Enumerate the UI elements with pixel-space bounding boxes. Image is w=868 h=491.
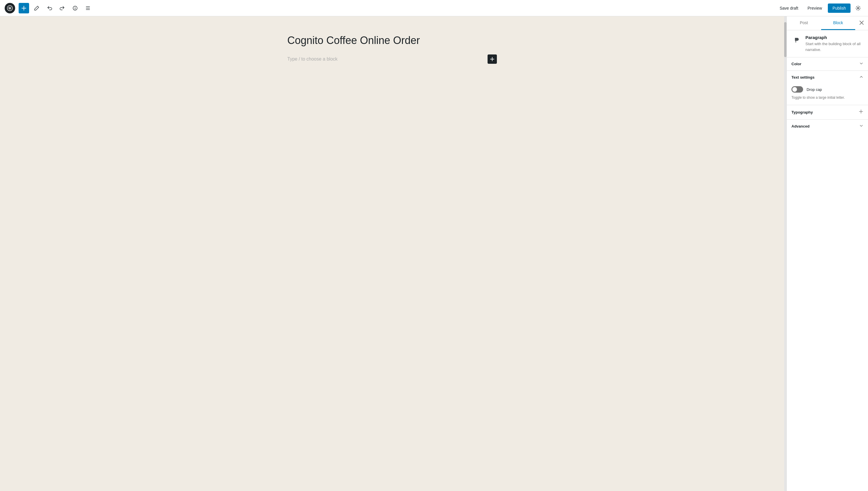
text-settings-title: Text settings — [792, 75, 814, 80]
color-section-header[interactable]: Color — [787, 57, 868, 70]
post-title[interactable]: Cognito Coffee Online Order — [287, 34, 497, 48]
save-draft-button[interactable]: Save draft — [776, 3, 802, 13]
typography-section-header[interactable]: Typography — [787, 105, 868, 119]
sidebar-scrollbar-track[interactable] — [784, 16, 786, 491]
tab-block[interactable]: Block — [821, 16, 856, 30]
sidebar-scrollbar-thumb[interactable] — [784, 22, 786, 57]
color-chevron-icon — [859, 61, 863, 66]
text-settings-chevron-icon — [859, 75, 863, 80]
text-settings-content: Drop cap Toggle to show a large initial … — [787, 84, 868, 105]
block-title: Paragraph — [805, 35, 863, 40]
typography-section: Typography — [787, 105, 868, 119]
settings-button[interactable] — [853, 3, 863, 13]
add-block-button[interactable] — [19, 3, 29, 13]
block-placeholder[interactable]: Type / to choose a block — [287, 52, 497, 66]
typography-plus-icon[interactable] — [859, 109, 863, 115]
inline-add-block-button[interactable] — [488, 54, 497, 64]
edit-button[interactable] — [31, 3, 42, 13]
text-settings-section: Text settings Drop cap Toggle to show a … — [787, 70, 868, 105]
advanced-section-header[interactable]: Advanced — [787, 120, 868, 133]
main-layout: Cognito Coffee Online Order Type / to ch… — [0, 16, 868, 491]
text-settings-header[interactable]: Text settings — [787, 71, 868, 84]
drop-cap-toggle[interactable] — [792, 86, 803, 93]
toolbar-right: Save draft Preview Publish — [776, 3, 863, 13]
sidebar-tabs: Post Block — [787, 16, 868, 30]
sidebar-close-button[interactable] — [855, 16, 868, 29]
color-section-title: Color — [792, 62, 801, 66]
redo-button[interactable] — [57, 3, 67, 13]
svg-text:W: W — [8, 7, 11, 10]
preview-button[interactable]: Preview — [804, 3, 826, 13]
typography-section-title: Typography — [792, 110, 813, 114]
drop-cap-row: Drop cap — [792, 86, 863, 93]
drop-cap-label: Drop cap — [807, 87, 822, 92]
editor-content: Cognito Coffee Online Order Type / to ch… — [287, 34, 497, 66]
editor-area[interactable]: Cognito Coffee Online Order Type / to ch… — [0, 16, 784, 491]
drop-cap-description: Toggle to show a large initial letter. — [792, 95, 863, 100]
block-info-text: Paragraph Start with the building block … — [805, 35, 863, 52]
list-view-button[interactable] — [83, 3, 93, 13]
tab-post[interactable]: Post — [787, 16, 821, 30]
paragraph-icon — [792, 35, 802, 46]
placeholder-text: Type / to choose a block — [287, 57, 338, 62]
advanced-section: Advanced — [787, 119, 868, 133]
toolbar: W Save draft — [0, 0, 868, 16]
block-info: Paragraph Start with the building block … — [787, 30, 868, 57]
advanced-chevron-icon — [859, 124, 863, 129]
info-button[interactable] — [70, 3, 80, 13]
advanced-section-title: Advanced — [792, 124, 809, 128]
color-section: Color — [787, 57, 868, 70]
undo-button[interactable] — [44, 3, 55, 13]
sidebar: Post Block Paragraph Start with the buil… — [786, 16, 868, 491]
wp-logo-icon: W — [5, 3, 15, 13]
publish-button[interactable]: Publish — [828, 3, 850, 13]
svg-point-3 — [858, 7, 859, 9]
block-description: Start with the building block of all nar… — [805, 41, 863, 52]
